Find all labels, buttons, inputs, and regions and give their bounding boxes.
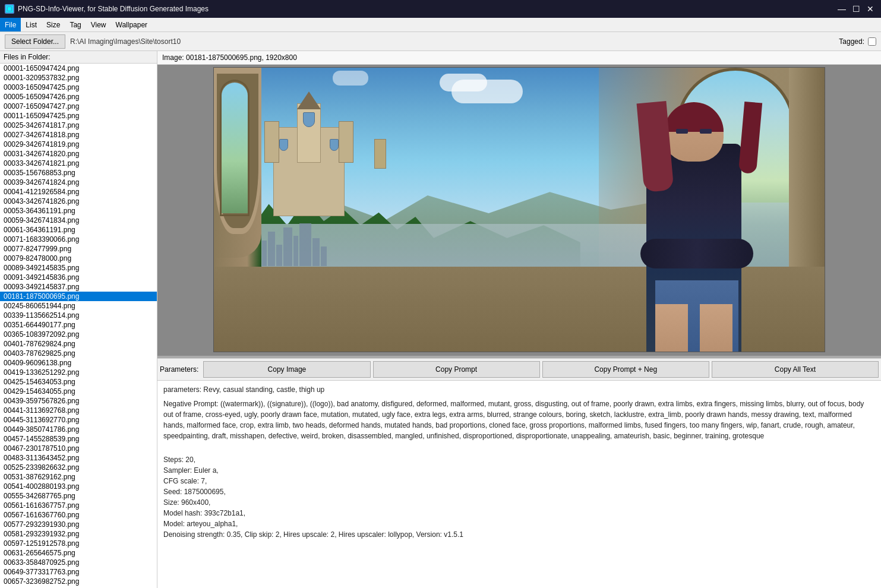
file-item[interactable]: 00059-3426741834.png	[0, 216, 157, 225]
file-item[interactable]: 00245-860651944.png	[0, 301, 157, 311]
file-item[interactable]: 00457-1455288539.png	[0, 434, 157, 444]
window-title: PNG-SD-Info-Viewer, for Stable Diffusion…	[18, 5, 209, 13]
sampler-line: Sampler: Euler a,	[163, 465, 875, 476]
character-figure	[629, 102, 765, 352]
model-hash-line: Model hash: 393c72b1a1,	[163, 508, 875, 519]
file-item[interactable]: 00041-4121926584.png	[0, 187, 157, 197]
params-content: parameters: Revy, casual standing, castl…	[163, 384, 875, 540]
file-item[interactable]: 00657-3236982752.png	[0, 577, 157, 586]
file-item[interactable]: 00003-1650947425.png	[0, 83, 157, 92]
menu-wallpaper[interactable]: Wallpaper	[111, 18, 153, 31]
file-item[interactable]: 00033-3426741821.png	[0, 159, 157, 168]
seed-line: Seed: 1875000695,	[163, 486, 875, 497]
file-item[interactable]: 00577-2932391930.png	[0, 520, 157, 529]
file-item[interactable]: 00029-3426741819.png	[0, 140, 157, 149]
file-item[interactable]: 00089-3492145835.png	[0, 263, 157, 273]
file-item[interactable]: 00649-3773317763.png	[0, 567, 157, 577]
file-item[interactable]: 00419-1336251292.png	[0, 368, 157, 377]
minimize-button[interactable]: —	[836, 3, 848, 15]
file-item[interactable]: 00449-3850741786.png	[0, 425, 157, 434]
params-label: Parameters:	[160, 365, 198, 374]
file-item[interactable]: 00031-3426741820.png	[0, 149, 157, 159]
file-item[interactable]: 00077-82477999.png	[0, 244, 157, 254]
main-content: Files in Folder: 00001-1650947424.png000…	[0, 51, 881, 588]
menu-file[interactable]: File	[0, 18, 21, 31]
file-item[interactable]: 00403-787629825.png	[0, 349, 157, 358]
file-item[interactable]: 00555-342687765.png	[0, 491, 157, 501]
file-item[interactable]: 00351-664490177.png	[0, 320, 157, 330]
menu-tag[interactable]: Tag	[65, 18, 86, 31]
file-item[interactable]: 00001-3209537832.png	[0, 73, 157, 83]
file-item[interactable]: 00561-1616367757.png	[0, 501, 157, 510]
tagged-text: Tagged:	[839, 37, 864, 46]
file-item[interactable]: 00631-265646575.png	[0, 548, 157, 558]
file-item[interactable]: 00339-1135662514.png	[0, 311, 157, 320]
negative-prompt-line: Negative Prompt: ((watermark)), ((signat…	[163, 399, 875, 441]
title-bar: PNG-SD-Info-Viewer, for Stable Diffusion…	[0, 0, 881, 18]
file-item[interactable]: 00079-82478000.png	[0, 254, 157, 263]
copy-prompt-button[interactable]: Copy Prompt	[373, 361, 540, 378]
file-item[interactable]: 00429-154634055.png	[0, 387, 157, 396]
copy-prompt-neg-button[interactable]: Copy Prompt + Neg	[542, 361, 709, 378]
file-item[interactable]: 00043-3426741826.png	[0, 197, 157, 206]
file-item[interactable]: 00541-4002880193.png	[0, 482, 157, 491]
select-folder-button[interactable]: Select Folder...	[5, 34, 65, 49]
file-item[interactable]: 00445-3113692770.png	[0, 415, 157, 425]
close-button[interactable]: ✕	[864, 3, 876, 15]
file-item[interactable]: 00007-1650947427.png	[0, 102, 157, 111]
file-item[interactable]: 00011-1650947425.png	[0, 111, 157, 121]
file-item[interactable]: 00053-364361191.png	[0, 206, 157, 216]
file-item[interactable]: 00039-3426741824.png	[0, 178, 157, 187]
image-filename: 00181-1875000695.png, 1920x800	[186, 53, 297, 62]
file-item[interactable]: 00091-3492145836.png	[0, 273, 157, 282]
file-item[interactable]: 00035-156768853.png	[0, 168, 157, 178]
steps-line: Steps: 20,	[163, 454, 875, 465]
tagged-checkbox[interactable]	[868, 37, 876, 46]
file-item[interactable]: 00365-1083972092.png	[0, 330, 157, 339]
prompt-text: parameters: Revy, casual standing, castl…	[163, 384, 875, 395]
denoising-line: Denoising strength: 0.35, Clip skip: 2, …	[163, 529, 875, 540]
file-item[interactable]: 00483-3113643452.png	[0, 453, 157, 463]
negative-prompt-label: Negative Prompt:	[163, 400, 219, 408]
copy-all-button[interactable]: Copy All Text	[712, 361, 879, 378]
menu-size[interactable]: Size	[42, 18, 65, 31]
file-item[interactable]: 00027-3426741818.png	[0, 130, 157, 140]
file-item[interactable]: 00633-3584870925.png	[0, 558, 157, 567]
file-item[interactable]: 00597-1251912578.png	[0, 539, 157, 548]
params-panel: parameters: Revy, casual standing, castl…	[157, 381, 881, 588]
file-item[interactable]: 00581-2932391932.png	[0, 529, 157, 539]
file-item[interactable]: 00525-2339826632.png	[0, 463, 157, 472]
file-item[interactable]: 00005-1650947426.png	[0, 92, 157, 102]
copy-image-button[interactable]: Copy Image	[203, 361, 370, 378]
file-item[interactable]: 00071-1683390066.png	[0, 235, 157, 244]
file-item[interactable]: 00531-387629162.png	[0, 472, 157, 482]
image-container	[157, 65, 881, 356]
file-item[interactable]: 00425-154634053.png	[0, 377, 157, 387]
file-item[interactable]: 00567-1616367760.png	[0, 510, 157, 520]
svg-rect-1	[8, 7, 11, 11]
maximize-button[interactable]: ☐	[850, 3, 862, 15]
file-item[interactable]: 00441-3113692768.png	[0, 406, 157, 415]
menu-list[interactable]: List	[21, 18, 42, 31]
file-item[interactable]: 00181-1875000695.png	[0, 292, 157, 301]
negative-prompt-text: ((watermark)), ((signature)), ((logo)), …	[163, 400, 864, 440]
file-item[interactable]: 00439-3597567826.png	[0, 396, 157, 406]
right-panel: Image: 00181-1875000695.png, 1920x800	[157, 51, 881, 588]
file-item[interactable]: 00401-787629824.png	[0, 339, 157, 349]
folder-path: R:\AI Imaging\Images\Site\tosort10	[70, 37, 181, 46]
image-label: Image:	[162, 53, 186, 62]
file-list[interactable]: 00001-1650947424.png00001-3209537832.png…	[0, 64, 157, 588]
file-item[interactable]: 00001-1650947424.png	[0, 64, 157, 73]
file-item[interactable]: 00409-96096138.png	[0, 358, 157, 368]
sidebar-header: Files in Folder:	[0, 51, 157, 64]
file-item[interactable]: 00025-3426741817.png	[0, 121, 157, 130]
tagged-section: Tagged:	[839, 37, 876, 46]
title-bar-left: PNG-SD-Info-Viewer, for Stable Diffusion…	[5, 4, 209, 14]
toolbar: Select Folder... R:\AI Imaging\Images\Si…	[0, 32, 881, 51]
app-icon	[5, 4, 14, 14]
menu-view[interactable]: View	[86, 18, 111, 31]
file-item[interactable]: 00061-364361191.png	[0, 225, 157, 235]
title-bar-controls: — ☐ ✕	[836, 3, 876, 15]
file-item[interactable]: 00467-2301787510.png	[0, 444, 157, 453]
file-item[interactable]: 00093-3492145837.png	[0, 282, 157, 292]
